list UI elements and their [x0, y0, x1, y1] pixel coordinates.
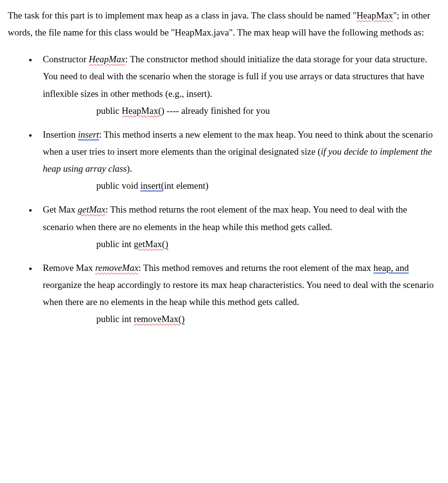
text-run: ). — [127, 163, 132, 174]
item-body: Get Max getMax: This method returns the … — [43, 204, 407, 232]
signature-getmax: public int getMax() — [96, 235, 436, 252]
text-run: insert( — [141, 180, 164, 191]
text-run: HeapMax — [89, 54, 125, 64]
text-run: public int — [96, 314, 134, 324]
text-run: heap, and — [374, 263, 409, 273]
list-item-insert: Insertion insert: This method inserts a … — [37, 126, 436, 195]
item-body: Remove Max removeMax: This method remove… — [43, 263, 434, 307]
list-item-removemax: Remove Max removeMax: This method remove… — [37, 259, 436, 328]
signature-constructor: public HeapMax() ---- already finished f… — [96, 102, 436, 119]
text-run: public int — [96, 239, 134, 249]
text-run: removeMax( — [134, 314, 181, 324]
text-run: : This method removes and returns the ro… — [139, 263, 374, 273]
text: The task for this part is to implement m… — [8, 10, 357, 20]
text-run: reorganize the heap accordingly to resto… — [43, 280, 434, 307]
text-run: getMax( — [134, 239, 165, 249]
text-run: ) — [165, 239, 168, 249]
text-run: insert — [78, 129, 99, 140]
intro-paragraph: The task for this part is to implement m… — [8, 7, 436, 41]
text: HeapMax — [357, 10, 393, 20]
text-run: HeapMax( — [122, 106, 161, 116]
item-body: Constructor HeapMax: The constructor met… — [43, 54, 427, 98]
list-item-getmax: Get Max getMax: This method returns the … — [37, 201, 436, 252]
signature-removemax: public int removeMax() — [96, 310, 436, 327]
text-run: removeMax — [95, 263, 139, 273]
list-item-constructor: Constructor HeapMax: The constructor met… — [37, 51, 436, 119]
text-run: Remove Max — [43, 263, 95, 273]
text-run: Constructor — [43, 54, 89, 64]
text-run: Insertion — [43, 129, 78, 140]
text-run: Get Max — [43, 204, 78, 215]
text-run: ) ---- already finished for you — [161, 106, 270, 116]
text-run: int element) — [164, 180, 208, 191]
text-run: public void — [96, 180, 141, 191]
text-run: getMax — [78, 204, 106, 215]
text-run: public — [96, 106, 122, 116]
text-run: ) — [181, 314, 184, 324]
methods-list: Constructor HeapMax: The constructor met… — [8, 51, 436, 327]
signature-insert: public void insert(int element) — [96, 177, 436, 194]
item-body: Insertion insert: This method inserts a … — [43, 129, 433, 174]
